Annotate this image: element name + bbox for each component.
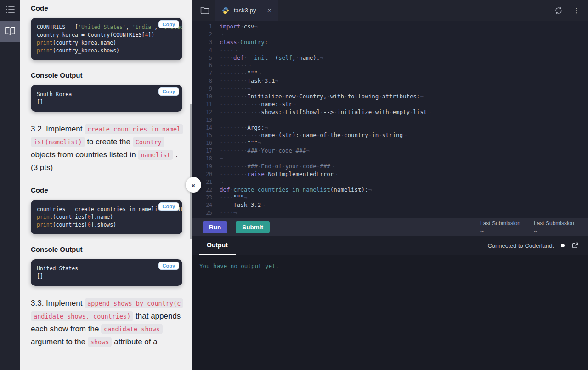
line-number: 1 [192,23,212,31]
line-number: 25 [192,209,212,217]
inline-code: candidate_shows [101,324,163,334]
last-submission-submit: Last Submission -- [534,220,578,234]
code-line: print(country_korea.name) [37,39,176,47]
line-number: 13 [192,116,212,124]
last-submission-value: -- [480,228,524,234]
editor-line: 22def·create_countries_in_namelist(namel… [192,186,588,194]
code-line: countries = create_countries_in_namelist… [37,205,176,213]
editor-line: 7········"""¬ [192,69,588,77]
line-number: 14 [192,124,212,132]
code-line: [] [37,98,176,106]
kebab-menu-icon[interactable]: ⋮ [573,6,580,15]
editor-code[interactable]: 1import·csv¬2¬3class·Country:¬4····¬5···… [192,21,588,218]
editor-line: 21¬ [192,178,588,186]
output-empty-message: You have no output yet. [199,262,279,269]
editor-line: 2¬ [192,31,588,39]
last-submission-run: Last Submission -- [480,220,524,234]
line-number: 3 [192,39,212,46]
line-number: 2 [192,31,212,39]
editor-line: 5····def·__init__(self,·name):¬ [192,54,588,62]
close-tab-icon[interactable]: × [267,6,271,14]
line-number: 16 [192,139,212,147]
sidebar-item-toc[interactable] [0,0,20,21]
section-heading: Code [31,186,182,194]
copy-button[interactable]: Copy [158,262,180,270]
line-number: 19 [192,163,212,171]
chevron-double-left-icon: « [192,181,195,189]
paragraph-text: to create the [85,137,133,146]
status-dot-icon [561,244,565,247]
tab-filename: task3.py [234,7,256,14]
editor-panel: « task3.py × [192,0,588,370]
inline-code: namelist [138,150,173,160]
instructions-panel: CodeCopyCOUNTRIES = ['United States', 'I… [20,0,192,370]
code-block: CopyCOUNTRIES = ['United States', 'India… [31,18,182,60]
paragraph-text: 3.3. Implement [31,299,85,307]
book-icon [5,27,15,37]
line-number: 6 [192,62,212,69]
run-button[interactable]: Run [203,221,227,233]
last-submission-area: Last Submission -- Last Submission -- [480,220,588,234]
output-console: You have no output yet. [192,255,588,370]
editor-line: 23····"""¬ [192,194,588,202]
code-line: print(countries[0].name) [37,213,176,221]
external-link-icon[interactable] [571,242,579,249]
paragraph-text: argument to the [31,337,88,346]
editor-line: 15············name·(str):·name·of·the·co… [192,131,588,139]
paragraph-text: attribute of a [112,337,157,346]
code-line: [] [37,273,176,280]
section-heading: Code [31,4,182,12]
refresh-icon[interactable] [554,7,563,14]
sidebar [0,0,20,370]
tab-task3-py[interactable]: task3.py × [215,0,278,21]
code-line: print(country_korea.shows) [37,47,176,55]
code-line: print(countries[0].shows) [37,221,176,229]
editor-line: 10········Initialize·new·Country,·with·f… [192,93,588,101]
toc-icon [6,6,15,15]
code-line: United States [37,265,176,273]
line-number: 15 [192,131,212,139]
connection-status-text: Connected to Coderland. [487,242,554,249]
editor-line: 18¬ [192,155,588,163]
inline-code: shows [88,337,112,347]
line-number: 18 [192,155,212,163]
copy-button[interactable]: Copy [158,202,180,211]
editor-line: 11············name:·str¬ [192,101,588,108]
paragraph-text: objects from countries listed in [31,150,138,159]
line-number: 23 [192,194,212,202]
sidebar-item-instructions[interactable] [0,21,20,42]
connection-area: Connected to Coderland. [487,242,588,249]
tabbar-actions: ⋮ [554,6,580,15]
code-line: country_korea = Country(COUNTRIES[4]) [37,31,176,39]
editor-line: 1import·csv¬ [192,23,588,31]
instructions-scrollbar[interactable] [190,104,192,239]
file-explorer-icon[interactable] [200,6,209,14]
editor-line: 12············shows:·List[Show]·-->·init… [192,108,588,116]
editor-line: 19········###·End·of·your·code·###¬ [192,163,588,171]
editor-tabbar: task3.py × ⋮ [192,0,588,21]
instruction-paragraph: 3.3. Implement append_shows_by_country(c… [31,297,182,348]
editor-line: 4····¬ [192,46,588,54]
last-submission-value: -- [534,228,578,234]
editor-line: 6········¬ [192,62,588,69]
copy-button[interactable]: Copy [158,20,180,28]
submit-button[interactable]: Submit [236,221,270,233]
editor-line: 25····¬ [192,209,588,217]
copy-button[interactable]: Copy [158,87,180,96]
line-number: 17 [192,147,212,155]
code-line: South Korea [37,91,176,98]
editor-line: 9········¬ [192,85,588,93]
python-icon [222,7,229,14]
tab-output[interactable]: Output [199,236,236,255]
line-number: 8 [192,77,212,85]
action-bar: Run Submit Last Submission -- Last Submi… [192,218,588,236]
last-submission-label: Last Submission [534,220,578,227]
line-number: 4 [192,46,212,54]
line-number: 24 [192,201,212,209]
code-line: COUNTRIES = ['United States', 'India', '… [37,23,176,31]
editor-line: 17········###·Your·code·###¬ [192,147,588,155]
code-block: Copycountries = create_countries_in_name… [31,200,182,234]
editor-line: 13········¬ [192,116,588,124]
section-heading: Console Output [31,245,182,253]
collapse-panel-button[interactable]: « [186,177,201,193]
